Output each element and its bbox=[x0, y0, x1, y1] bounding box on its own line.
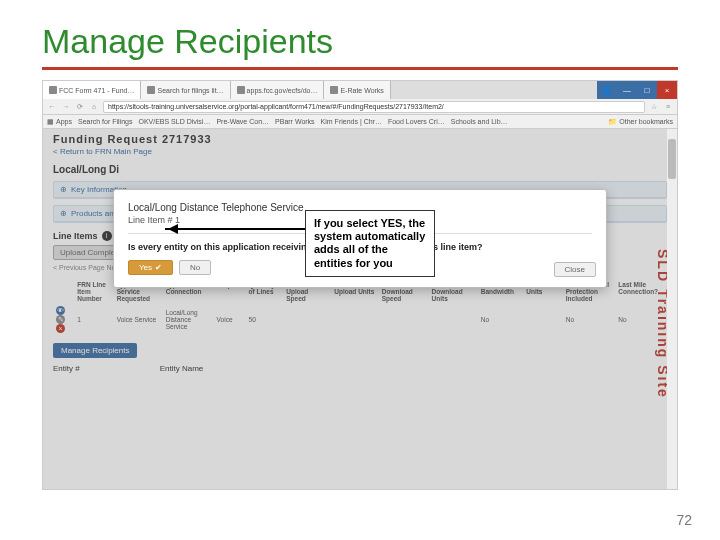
close-icon[interactable]: × bbox=[657, 81, 677, 99]
url-field[interactable]: https://sltools-training.universalservic… bbox=[103, 101, 645, 113]
browser-tab[interactable]: Search for filings lit… bbox=[141, 81, 230, 99]
bookmark-item[interactable]: Pre-Wave Con… bbox=[216, 118, 269, 125]
page-content: Funding Request 2717933 < Return to FRN … bbox=[43, 129, 677, 489]
bookmark-item[interactable]: Search for Filings bbox=[78, 118, 132, 125]
back-icon[interactable]: ← bbox=[47, 102, 57, 112]
slide-number: 72 bbox=[676, 512, 692, 528]
home-icon[interactable]: ⌂ bbox=[89, 102, 99, 112]
bookmark-item[interactable]: Food Lovers Cri… bbox=[388, 118, 445, 125]
no-button[interactable]: No bbox=[179, 260, 211, 275]
apps-icon: ▦ bbox=[47, 118, 54, 126]
callout-box: If you select YES, the system automatica… bbox=[305, 210, 435, 277]
browser-tab[interactable]: apps.fcc.gov/ecfs/do… bbox=[231, 81, 325, 99]
forward-icon[interactable]: → bbox=[61, 102, 71, 112]
bookmark-item[interactable]: Kim Friends | Chr… bbox=[321, 118, 382, 125]
bookmark-item[interactable]: Schools and Lib… bbox=[451, 118, 508, 125]
check-icon: ✔ bbox=[155, 263, 162, 272]
close-button[interactable]: Close bbox=[554, 262, 596, 277]
bookmark-item[interactable]: ▦Apps bbox=[47, 118, 72, 126]
callout-arrow bbox=[165, 228, 305, 230]
slide-title: Manage Recipients bbox=[42, 22, 678, 61]
other-bookmarks[interactable]: 📁 Other bookmarks bbox=[608, 118, 673, 126]
minimize-icon[interactable]: — bbox=[617, 81, 637, 99]
modal-overlay bbox=[43, 129, 677, 489]
star-icon[interactable]: ☆ bbox=[649, 102, 659, 112]
reload-icon[interactable]: ⟳ bbox=[75, 102, 85, 112]
maximize-icon[interactable]: □ bbox=[637, 81, 657, 99]
bookmarks-bar: ▦Apps Search for Filings OKV/EBS SLD Div… bbox=[43, 115, 677, 129]
bookmark-item[interactable]: OKV/EBS SLD Divisi… bbox=[138, 118, 210, 125]
scrollbar[interactable] bbox=[667, 129, 677, 489]
bookmark-item[interactable]: PBarr Works bbox=[275, 118, 315, 125]
browser-screenshot: FCC Form 471 - Fund… Search for filings … bbox=[42, 80, 678, 490]
browser-toolbar: ← → ⟳ ⌂ https://sltools-training.univers… bbox=[43, 99, 677, 115]
menu-icon[interactable]: ≡ bbox=[663, 102, 673, 112]
browser-tab-strip: FCC Form 471 - Fund… Search for filings … bbox=[43, 81, 677, 99]
browser-tab[interactable]: FCC Form 471 - Fund… bbox=[43, 81, 141, 99]
user-icon[interactable]: 👤 bbox=[597, 81, 617, 99]
yes-button[interactable]: Yes✔ bbox=[128, 260, 173, 275]
browser-tab[interactable]: E-Rate Works bbox=[324, 81, 390, 99]
scroll-thumb[interactable] bbox=[668, 139, 676, 179]
title-underline bbox=[42, 67, 678, 70]
